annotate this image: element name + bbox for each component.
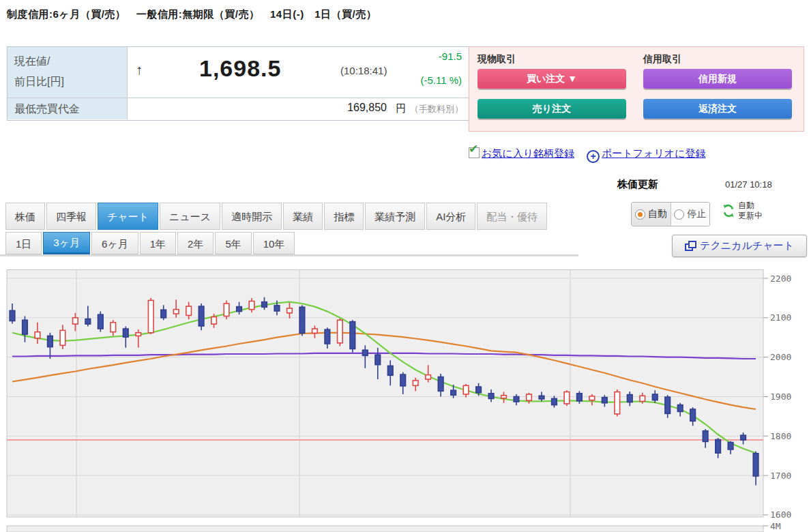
y-axis-labels: 2200210020001900180017001600 <box>770 274 791 520</box>
chart-period-tab-bar: 1日3ヶ月6ヶ月1年2年5年10年 <box>5 232 295 254</box>
favorite-register-link[interactable]: ✔お気に入り銘柄登録 <box>469 147 574 160</box>
min-amount-row: 最低売買代金 169,850 円 （手数料別） <box>8 98 469 119</box>
main-tab-bar: 株価四季報チャートニュース適時開示業績指標業績予測AI分析配当・優待 <box>5 203 547 230</box>
period-tab-6m[interactable]: 6ヶ月 <box>91 232 138 254</box>
svg-text:1900: 1900 <box>770 391 791 402</box>
window-layers-icon <box>685 241 696 251</box>
sell-order-button[interactable]: 売り注文 <box>477 99 626 119</box>
checked-checkbox-icon: ✔ <box>469 147 480 158</box>
current-price-value: 1,698.5 <box>199 55 281 82</box>
technical-chart-button[interactable]: テクニカルチャート <box>672 235 807 257</box>
tab-chart[interactable]: チャート <box>98 203 158 230</box>
margin-new-button[interactable]: 信用新規 <box>643 69 792 89</box>
radio-selected-icon <box>635 209 645 220</box>
svg-text:1600: 1600 <box>770 509 791 520</box>
fee-note: （手数料別） <box>410 103 463 115</box>
auto-refresh-status: 自動更新中 <box>738 201 763 221</box>
tab-dividend[interactable]: 配当・優待 <box>477 203 547 230</box>
period-tab-1y[interactable]: 1年 <box>140 232 176 254</box>
portfolio-register-link[interactable]: +ポートフォリオに登録 <box>587 147 705 163</box>
quote-table: 現在値/ 前日比[円] ↑ 1,698.5 (10:18:41) -91.5 (… <box>7 46 469 121</box>
candlestick-chart[interactable]: 22002100200019001800170016004M <box>0 269 809 532</box>
margin-terms-header: 制度信用:6ヶ月（買/売） 一般信用:無期限（買/売） 14日(-) 1日（買/… <box>7 8 377 21</box>
stock-detail-page: { "margin_header": {"text": "制度信用:6ヶ月（買/… <box>0 0 809 532</box>
radio-unselected-icon <box>674 209 684 220</box>
auto-refresh-icon <box>722 203 735 221</box>
svg-text:2000: 2000 <box>770 352 791 362</box>
min-trade-amount: 169,850 <box>347 102 387 114</box>
period-tab-underline <box>0 254 578 256</box>
tab-disclosure[interactable]: 適時開示 <box>222 203 282 230</box>
quote-timestamp: (10:18:41) <box>340 65 387 76</box>
tab-news[interactable]: ニュース <box>160 203 220 230</box>
price-change-percent: (-5.11 %) <box>420 74 462 86</box>
period-tab-5y[interactable]: 5年 <box>215 232 251 254</box>
chart-svg: 22002100200019001800170016004M <box>0 269 809 532</box>
price-refresh-heading: 株価更新 <box>617 178 658 191</box>
volume-pane <box>7 526 763 532</box>
tab-ai[interactable]: AI分析 <box>426 203 475 230</box>
current-price-row: 現在値/ 前日比[円] ↑ 1,698.5 (10:18:41) -91.5 (… <box>8 47 469 98</box>
period-tab-1d[interactable]: 1日 <box>5 232 42 254</box>
volume-axis-label: 4M <box>770 521 781 531</box>
refresh-mode-toggle: 自動 停止 <box>631 202 710 226</box>
buy-order-button[interactable]: 買い注文 ▼ <box>477 69 626 89</box>
tab-results[interactable]: 業績 <box>283 203 323 230</box>
trade-panel: 現物取引 信用取引 買い注文 ▼ 売り注文 信用新規 返済注文 <box>469 46 804 132</box>
period-tab-3m[interactable]: 3ヶ月 <box>43 232 90 254</box>
tab-shikiho[interactable]: 四季報 <box>46 203 96 230</box>
uptick-arrow-icon: ↑ <box>136 62 143 78</box>
margin-repay-button[interactable]: 返済注文 <box>643 99 792 119</box>
refresh-auto-radio[interactable]: 自動 <box>632 203 671 226</box>
margin-trade-heading: 信用取引 <box>643 53 681 65</box>
plot-area[interactable] <box>7 269 763 517</box>
period-tab-2y[interactable]: 2年 <box>177 232 214 254</box>
tab-price[interactable]: 株価 <box>5 203 45 230</box>
yen-unit: 円 <box>396 102 406 115</box>
svg-text:1800: 1800 <box>770 431 791 441</box>
tab-indicators[interactable]: 指標 <box>324 203 364 230</box>
refresh-datetime: 01/27 10:18 <box>725 179 772 190</box>
tab-forecast[interactable]: 業績予測 <box>365 203 425 230</box>
svg-text:2100: 2100 <box>770 312 791 323</box>
svg-text:1700: 1700 <box>770 471 791 481</box>
spot-trade-heading: 現物取引 <box>477 53 516 65</box>
svg-text:2200: 2200 <box>770 274 791 284</box>
period-tab-10y[interactable]: 10年 <box>253 232 295 254</box>
min-amount-label: 最低売買代金 <box>8 98 128 119</box>
price-change: -91.5 <box>439 50 462 62</box>
plus-circle-icon: + <box>587 150 600 163</box>
current-price-label: 現在値/ 前日比[円] <box>8 47 128 98</box>
refresh-stop-radio[interactable]: 停止 <box>671 203 710 226</box>
